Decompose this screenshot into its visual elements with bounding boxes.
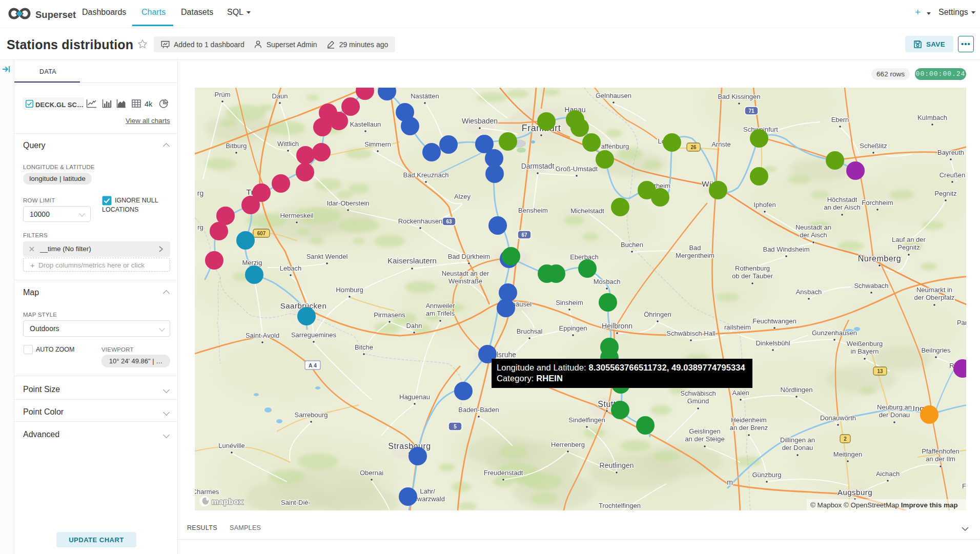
svg-text:Obernai: Obernai <box>360 469 383 477</box>
svg-text:Herrenberg: Herrenberg <box>551 441 585 448</box>
svg-text:Lebach: Lebach <box>280 264 302 272</box>
svg-text:Kastellaun: Kastellaun <box>350 120 381 128</box>
svg-text:Mosbach: Mosbach <box>594 278 621 285</box>
svg-text:Sankt Wendel: Sankt Wendel <box>307 253 348 260</box>
svg-text:Homburg: Homburg <box>336 286 363 294</box>
svg-text:Neustadt an der: Neustadt an der <box>442 270 489 277</box>
svg-text:Par: Par <box>957 319 966 326</box>
svg-text:Darmstadt: Darmstadt <box>521 162 555 170</box>
svg-text:Dinkelsbühl: Dinkelsbühl <box>756 339 790 347</box>
svg-text:Bitburg: Bitburg <box>226 142 247 150</box>
svg-text:Reutlingen: Reutlingen <box>600 461 634 469</box>
svg-text:Heidenheim: Heidenheim <box>731 416 766 424</box>
svg-text:Alzey: Alzey <box>454 193 471 200</box>
svg-text:A 4: A 4 <box>309 362 317 368</box>
svg-text:Lunéville: Lunéville <box>218 442 244 449</box>
svg-text:Ebern: Ebern <box>831 116 849 124</box>
svg-text:Schwabach: Schwabach <box>854 282 888 290</box>
svg-text:Pegnitz: Pegnitz <box>934 190 956 197</box>
svg-text:Superset: Superset <box>35 9 76 20</box>
svg-text:an der Brenz: an der Brenz <box>730 424 768 432</box>
svg-text:der Donau: der Donau <box>782 444 813 452</box>
svg-text:Augsburg: Augsburg <box>838 488 872 497</box>
svg-text:Baden-Baden: Baden-Baden <box>458 406 499 414</box>
svg-text:Gelnhausen: Gelnhausen <box>596 92 631 99</box>
svg-text:railsheim: railsheim <box>724 323 751 331</box>
svg-text:in Bayern: in Bayern <box>851 347 879 355</box>
svg-text:Schwäbisch: Schwäbisch <box>680 389 716 397</box>
svg-text:Strasbourg: Strasbourg <box>388 442 431 450</box>
svg-text:Günzburg: Günzburg <box>752 471 781 479</box>
svg-text:Heilbronn: Heilbronn <box>602 322 632 330</box>
svg-text:der Aisch: der Aisch <box>800 231 827 239</box>
svg-text:Arnste: Arnste <box>711 140 731 148</box>
svg-text:Simmern: Simmern <box>364 140 391 148</box>
svg-text:Scheßlitz: Scheßlitz <box>860 142 887 150</box>
svg-text:Rockenhausen: Rockenhausen <box>398 217 443 225</box>
svg-text:Geislingen: Geislingen <box>689 427 720 435</box>
svg-text:Sarreguemines: Sarreguemines <box>291 331 337 339</box>
svg-text:Mergentheim: Mergentheim <box>676 252 714 259</box>
svg-text:an der Aisch: an der Aisch <box>824 203 861 211</box>
svg-text:Lauf an der: Lauf an der <box>892 236 926 243</box>
svg-text:Aichach: Aichach <box>876 470 900 478</box>
svg-text:Freudenstadt: Freudenstadt <box>484 469 523 477</box>
svg-text:Saint-Dié-: Saint-Dié- <box>281 499 311 506</box>
svg-text:Pegnitz: Pegnitz <box>897 243 920 251</box>
svg-text:rg: rg <box>197 189 203 197</box>
svg-text:rg: rg <box>197 223 203 231</box>
svg-text:Dillingen an: Dillingen an <box>780 436 815 444</box>
svg-text:Buchen: Buchen <box>621 241 643 249</box>
svg-text:Schwäbisch Hall: Schwäbisch Hall <box>666 330 715 337</box>
svg-text:der Donau: der Donau <box>879 411 910 419</box>
svg-text:Nuremberg: Nuremberg <box>858 254 902 263</box>
svg-text:mapbox: mapbox <box>212 497 243 506</box>
svg-text:Daun: Daun <box>272 92 288 100</box>
svg-text:Öhringen: Öhringen <box>644 311 671 318</box>
svg-text:Eppingen: Eppingen <box>559 324 587 332</box>
svg-text:Kulmbach: Kulmbach <box>917 114 947 121</box>
svg-text:5: 5 <box>454 424 457 429</box>
svg-text:Sinsheim: Sinsheim <box>556 299 583 306</box>
svg-text:Pirmasens: Pirmasens <box>374 311 405 319</box>
svg-text:67: 67 <box>521 232 527 238</box>
svg-text:Bensheim: Bensheim <box>518 207 548 214</box>
svg-text:Bad Windsheim: Bad Windsheim <box>763 245 809 253</box>
svg-text:Nastätten: Nastätten <box>411 92 439 100</box>
svg-text:Eberbach: Eberbach <box>570 253 599 261</box>
svg-text:Meitingen: Meitingen <box>833 450 862 458</box>
svg-text:Weißenburg: Weißenburg <box>847 340 883 347</box>
svg-text:F: F <box>962 482 966 490</box>
svg-text:Pfaffenhofen: Pfaffenhofen <box>922 447 959 455</box>
svg-text:Bad Dürkheim: Bad Dürkheim <box>448 253 490 260</box>
svg-text:Bruchsal: Bruchsal <box>517 327 543 335</box>
svg-text:der Oberpfalz: der Oberpfalz <box>914 294 955 301</box>
svg-text:Neuburg an: Neuburg an <box>877 403 912 411</box>
svg-text:71: 71 <box>748 108 754 114</box>
svg-text:Neumarkt in: Neumarkt in <box>916 286 952 294</box>
svg-text:Charmes: Charmes <box>195 488 219 496</box>
svg-text:© Mapbox © OpenStreetMap Impro: © Mapbox © OpenStreetMap Improve this ma… <box>810 501 958 509</box>
svg-text:Kaiserslautern: Kaiserslautern <box>387 256 437 265</box>
svg-text:Hermeskeil: Hermeskeil <box>280 212 313 219</box>
svg-text:Creußen: Creußen <box>940 171 966 179</box>
svg-text:an der Steige: an der Steige <box>685 435 724 443</box>
svg-text:am Trifels: am Trifels <box>426 310 455 317</box>
svg-text:Lahr/: Lahr/ <box>420 487 435 495</box>
svg-text:Wiesbaden: Wiesbaden <box>462 117 498 125</box>
svg-text:Haguenau: Haguenau <box>399 393 430 401</box>
svg-text:m: m <box>727 478 733 486</box>
svg-text:Bayreuth: Bayreuth <box>937 149 964 156</box>
svg-text:63: 63 <box>446 219 452 224</box>
svg-text:Gunzenhausen: Gunzenhausen <box>812 329 857 337</box>
svg-text:Iphofen: Iphofen <box>753 201 775 209</box>
svg-text:Groß-Umstadt: Groß-Umstadt <box>556 165 598 173</box>
svg-text:an der Ilm: an der Ilm <box>926 455 955 463</box>
svg-text:Feuchtwangen: Feuchtwangen <box>752 317 796 325</box>
svg-text:Bad Kissingen: Bad Kissingen <box>718 93 760 100</box>
svg-text:Neustadt an: Neustadt an <box>795 223 831 231</box>
svg-text:Rothenburg: Rothenburg <box>735 264 770 272</box>
svg-text:Saint-Avold: Saint-Avold <box>246 332 279 339</box>
svg-text:Dahn: Dahn <box>406 322 422 330</box>
svg-text:Sarrebourg: Sarrebourg <box>294 411 328 419</box>
